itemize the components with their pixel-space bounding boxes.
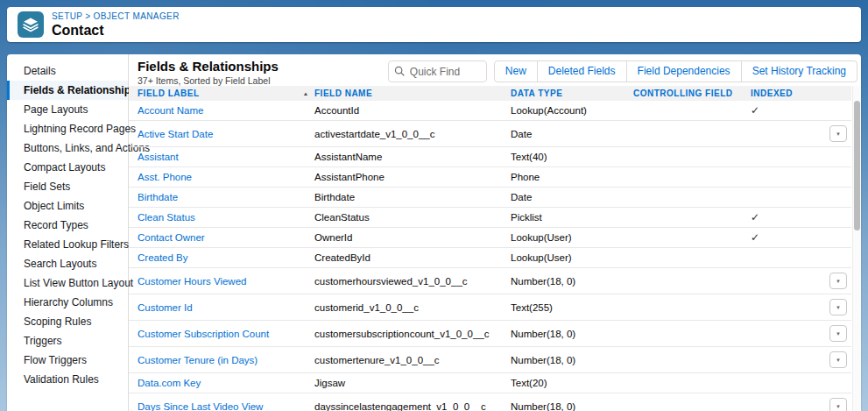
row-actions-cell: ▼ [829,325,851,342]
field-label-link[interactable]: Clean Status [138,212,195,223]
field-label-cell: Birthdate [129,192,314,202]
column-header-indexed[interactable]: Indexed [751,89,829,98]
row-actions-cell: ▼ [829,398,851,411]
data-type-cell: Number(18, 0) [511,355,633,365]
field-label-cell: Customer Id [129,302,314,313]
sidebar-item-scoping-rules[interactable]: Scoping Rules [7,312,128,331]
field-label-link[interactable]: Days Since Last Video View [138,401,263,411]
sidebar-item-search-layouts[interactable]: Search Layouts [7,254,128,273]
data-type-cell: Number(18, 0) [511,276,633,287]
row-actions-menu-button[interactable]: ▼ [829,351,847,368]
field-label-cell: Contact Owner [129,232,314,243]
sidebar-item-record-types[interactable]: Record Types [7,216,128,235]
field-name-cell: customerid_v1_0_0__c [314,302,511,313]
sidebar-item-flow-triggers[interactable]: Flow Triggers [7,351,128,370]
field-label-cell: Clean Status [129,212,314,223]
object-manager-icon [18,11,44,38]
actions-button-group: New Deleted Fields Field Dependencies Se… [494,60,857,82]
chevron-down-icon: ▼ [836,131,841,137]
field-label-link[interactable]: Asst. Phone [138,172,192,182]
vertical-scrollbar[interactable] [852,86,861,411]
breadcrumb-object-manager-link[interactable]: Object Manager [94,11,180,21]
row-actions-menu-button[interactable]: ▼ [829,398,847,411]
column-header-controlling-field[interactable]: Controlling Field [633,89,751,98]
sidebar-item-field-sets[interactable]: Field Sets [7,177,128,196]
field-label-link[interactable]: Customer Subscription Count [138,329,269,339]
field-label-cell: Days Since Last Video View [129,401,314,411]
row-actions-menu-button[interactable]: ▼ [829,273,847,289]
table-row: Data.com KeyJigsawText(20) [129,373,851,393]
chevron-down-icon: ▼ [836,279,841,284]
sidebar-item-object-limits[interactable]: Object Limits [7,196,128,216]
sidebar-item-lightning-record-pages[interactable]: Lightning Record Pages [7,119,128,138]
table-row: Clean StatusCleanStatusPicklist✓ [129,208,851,228]
sidebar-item-triggers[interactable]: Triggers [7,331,128,351]
field-name-cell: Jigsaw [314,378,511,388]
chevron-down-icon: ▼ [836,358,841,363]
column-header-field-label[interactable]: Field Label ▲ [129,89,314,98]
indexed-check-icon: ✓ [751,231,759,244]
page-title: Contact [52,22,180,39]
deleted-fields-button[interactable]: Deleted Fields [537,60,627,82]
data-type-cell: Text(255) [511,302,633,313]
indexed-cell: ✓ [751,231,829,244]
indexed-check-icon: ✓ [751,104,759,117]
new-button[interactable]: New [494,60,538,82]
field-label-cell: Assistant [129,152,314,162]
field-label-link[interactable]: Customer Tenure (in Days) [138,355,258,365]
field-label-cell: Customer Tenure (in Days) [129,355,314,365]
field-name-cell: customersubscriptioncount_v1_0_0__c [314,329,511,339]
field-label-link[interactable]: Active Start Date [138,129,213,139]
data-type-cell: Text(40) [511,152,633,162]
row-actions-menu-button[interactable]: ▼ [829,125,847,142]
breadcrumb-setup-link[interactable]: Setup [52,11,82,21]
breadcrumb: Setup>Object Manager [52,11,180,22]
sidebar-item-fields-relationships[interactable]: Fields & Relationships [7,81,128,100]
row-actions-cell: ▼ [829,273,851,289]
field-label-link[interactable]: Account Name [138,105,203,116]
sidebar-item-related-lookup-filters[interactable]: Related Lookup Filters [7,235,128,254]
table-row: Customer Tenure (in Days)customertenure_… [129,347,851,373]
field-name-cell: dayssincelastengagement_v1_0_0__c [314,401,511,411]
sidebar-item-validation-rules[interactable]: Validation Rules [7,370,128,389]
row-actions-cell: ▼ [829,351,851,368]
sidebar-item-compact-layouts[interactable]: Compact Layouts [7,158,128,177]
salesforce-setup-page: { "colors": { "accent_blue": "#0070d2", … [0,0,868,411]
field-name-cell: CleanStatus [314,212,511,223]
sidebar-item-details[interactable]: Details [7,61,128,81]
field-name-cell: AccountId [314,105,511,116]
row-actions-menu-button[interactable]: ▼ [829,299,847,315]
field-label-link[interactable]: Customer Hours Viewed [138,276,246,287]
field-label-link[interactable]: Customer Id [138,302,193,313]
breadcrumb-separator: > [85,11,90,21]
sidebar-item-buttons-links-and-actions[interactable]: Buttons, Links, and Actions [7,138,128,158]
row-actions-cell: ▼ [829,299,851,315]
sidebar-item-hierarchy-columns[interactable]: Hierarchy Columns [7,293,128,312]
field-label-link[interactable]: Assistant [138,152,179,162]
column-header-data-type[interactable]: Data Type [511,89,633,98]
column-header-label: Field Label [138,89,200,98]
field-dependencies-button[interactable]: Field Dependencies [626,60,742,82]
table-row: Account NameAccountIdLookup(Account)✓ [129,101,851,121]
section-title: Fields & Relationships [138,59,279,74]
set-history-tracking-button[interactable]: Set History Tracking [741,60,857,82]
field-label-link[interactable]: Created By [138,252,188,263]
table-body: Account NameAccountIdLookup(Account)✓Act… [129,101,851,411]
scrollbar-thumb[interactable] [854,101,860,230]
data-type-cell: Number(18, 0) [511,329,633,339]
chevron-down-icon: ▼ [836,305,841,310]
field-name-cell: Birthdate [314,192,511,202]
sidebar-item-list-view-button-layout[interactable]: List View Button Layout [7,273,128,293]
field-name-cell: AssistantName [314,152,511,162]
row-actions-cell: ▼ [829,125,851,142]
section-subtitle: 37+ Items, Sorted by Field Label [138,75,279,86]
field-label-link[interactable]: Data.com Key [138,378,201,388]
row-actions-menu-button[interactable]: ▼ [829,325,847,342]
setup-header-card: Setup>Object Manager Contact [7,7,861,42]
search-icon [394,66,405,76]
field-label-link[interactable]: Contact Owner [138,232,205,243]
column-header-field-name[interactable]: Field Name [314,89,511,98]
field-label-link[interactable]: Birthdate [138,192,178,202]
sidebar-item-page-layouts[interactable]: Page Layouts [7,100,128,119]
sidebar-nav: DetailsFields & RelationshipsPage Layout… [7,54,129,411]
